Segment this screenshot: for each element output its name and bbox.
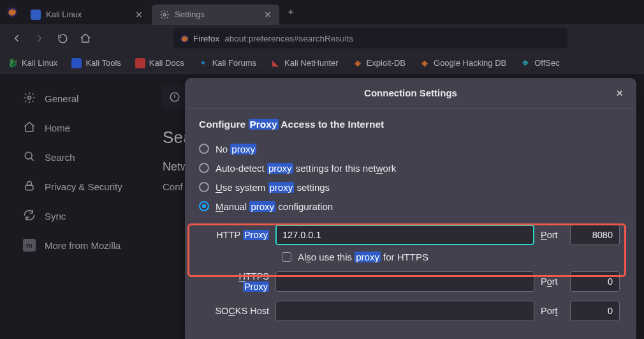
http-host-input[interactable] <box>275 225 534 245</box>
radio-label: Auto-detect proxy settings for this netw… <box>216 163 396 174</box>
http-port-label: Port <box>541 230 564 240</box>
https-port-label: Port <box>541 276 564 287</box>
radio-manual-proxy[interactable]: Manual proxy configuration <box>199 197 620 216</box>
proxy-section-title: Configure Proxy Access to the Internet <box>199 119 620 130</box>
socks-host-input[interactable] <box>275 301 534 321</box>
radio-icon[interactable] <box>199 144 209 154</box>
https-proxy-label: HTTPS Proxy <box>212 271 269 292</box>
radio-label: Manual proxy configuration <box>216 201 333 212</box>
http-proxy-label: HTTP Proxy <box>212 230 269 240</box>
radio-auto-detect[interactable]: Auto-detect proxy settings for this netw… <box>199 158 620 177</box>
https-port-input[interactable] <box>570 271 620 292</box>
https-proxy-row: HTTPS Proxy Port <box>199 271 620 292</box>
also-https-checkbox-row[interactable]: Also use this proxy for HTTPS <box>199 252 620 262</box>
socks-host-row: SOCKS Host Port <box>199 301 620 321</box>
connection-settings-dialog: Connection Settings ✕ Configure Proxy Ac… <box>185 78 636 339</box>
radio-label: Use system proxy settings <box>216 182 330 193</box>
socks-host-label: SOCKS Host <box>212 306 269 316</box>
https-host-input[interactable] <box>275 271 534 292</box>
radio-label: No proxy <box>216 144 256 154</box>
checkbox-label: Also use this proxy for HTTPS <box>298 252 428 262</box>
close-icon[interactable]: ✕ <box>612 86 627 101</box>
modal-header: Connection Settings ✕ <box>185 78 636 109</box>
radio-icon[interactable] <box>199 201 209 211</box>
checkbox-icon[interactable] <box>282 252 291 262</box>
radio-icon[interactable] <box>199 182 209 192</box>
radio-icon[interactable] <box>199 163 209 173</box>
http-proxy-row: HTTP Proxy Port <box>199 225 620 245</box>
socks-port-label: Port <box>541 306 564 316</box>
http-port-input[interactable] <box>570 225 620 245</box>
modal-title: Connection Settings <box>364 87 457 98</box>
radio-no-proxy[interactable]: No proxy <box>199 139 620 158</box>
modal-body: Configure Proxy Access to the Internet N… <box>185 109 636 321</box>
radio-system-proxy[interactable]: Use system proxy settings <box>199 177 620 197</box>
socks-port-input[interactable] <box>570 301 620 321</box>
